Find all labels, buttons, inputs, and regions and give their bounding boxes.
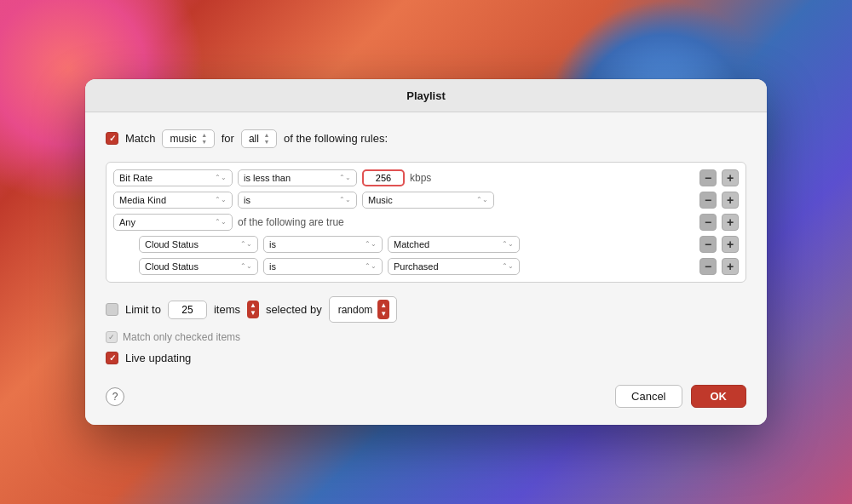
limit-row: Limit to items ▲ ▼ selected by random ▲ … xyxy=(106,296,746,323)
music-arrow-down: ▼ xyxy=(200,139,209,146)
match-label: Match xyxy=(125,132,155,145)
all-select[interactable]: all ▲ ▼ xyxy=(241,129,277,148)
cloud-status-1-op-select[interactable]: is ⌃⌄ xyxy=(263,236,383,253)
match-checked-checkbox[interactable] xyxy=(106,331,118,343)
sub-rules-container: Cloud Status ⌃⌄ is ⌃⌄ Matched ⌃⌄ − xyxy=(139,236,739,275)
rule-row-bitrate: Bit Rate ⌃⌄ is less than ⌃⌄ 256 kbps − + xyxy=(113,169,739,186)
mediakind-add-btn[interactable]: + xyxy=(722,192,739,209)
any-field-select[interactable]: Any ⌃⌄ xyxy=(113,214,233,231)
matched-add-btn[interactable]: + xyxy=(722,236,739,253)
any-remove-btn[interactable]: − xyxy=(699,214,717,231)
playlist-dialog: Playlist Match music ▲ ▼ for all xyxy=(85,79,767,425)
mediakind-op-arrow: ⌃⌄ xyxy=(339,196,351,203)
live-updating-label: Live updating xyxy=(125,352,191,364)
random-stepper: ▲ ▼ xyxy=(377,300,389,319)
footer-buttons: Cancel OK xyxy=(615,385,746,408)
purchased-remove-btn[interactable]: − xyxy=(699,258,717,275)
bitrate-field-label: Bit Rate xyxy=(119,173,153,183)
mediakind-value-label: Music xyxy=(368,195,393,205)
any-field-label: Any xyxy=(119,217,135,227)
ok-button[interactable]: OK xyxy=(691,385,747,408)
bitrate-field-arrow: ⌃⌄ xyxy=(215,174,227,181)
random-arrow-down: ▼ xyxy=(380,310,387,318)
any-field-arrow: ⌃⌄ xyxy=(215,218,227,226)
cloud-status-1-arrow: ⌃⌄ xyxy=(240,240,252,248)
music-option-label: music xyxy=(170,133,196,145)
mediakind-field-label: Media Kind xyxy=(119,195,166,205)
live-updating-checkbox[interactable] xyxy=(106,352,118,364)
bitrate-add-btn[interactable]: + xyxy=(722,169,739,186)
cloud-status-2-arrow: ⌃⌄ xyxy=(240,262,252,270)
mediakind-operator-label: is xyxy=(244,195,250,205)
cloud-status-1-op-label: is xyxy=(269,239,276,249)
limit-stepper[interactable]: ▲ ▼ xyxy=(247,301,259,319)
mediakind-field-arrow: ⌃⌄ xyxy=(215,196,227,203)
limit-checkbox[interactable] xyxy=(106,303,118,316)
of-rules-label: of the following rules: xyxy=(284,132,388,145)
mediakind-val-arrow: ⌃⌄ xyxy=(476,196,488,203)
sub-rule-matched: Cloud Status ⌃⌄ is ⌃⌄ Matched ⌃⌄ − xyxy=(139,236,739,253)
mediakind-value-select[interactable]: Music ⌃⌄ xyxy=(362,192,494,209)
any-rule-text: of the following are true xyxy=(238,216,694,228)
any-add-btn[interactable]: + xyxy=(722,214,739,231)
mediakind-operator-select[interactable]: is ⌃⌄ xyxy=(238,192,357,209)
bitrate-value-input[interactable]: 256 xyxy=(362,169,405,186)
rules-container: Bit Rate ⌃⌄ is less than ⌃⌄ 256 kbps − + xyxy=(106,162,746,283)
bitrate-unit: kbps xyxy=(410,172,431,184)
cloud-status-1-value-select[interactable]: Matched ⌃⌄ xyxy=(388,236,520,253)
items-label: items xyxy=(214,303,240,316)
match-checkbox[interactable] xyxy=(106,132,118,145)
all-option-label: all xyxy=(249,133,259,145)
cancel-button[interactable]: Cancel xyxy=(615,385,682,408)
for-label: for xyxy=(222,132,234,145)
cloud-status-2-field-select[interactable]: Cloud Status ⌃⌄ xyxy=(139,258,258,275)
all-arrow-down: ▼ xyxy=(262,139,271,146)
matched-remove-btn[interactable]: − xyxy=(699,236,717,253)
selected-by-label: selected by xyxy=(266,303,322,316)
bitrate-operator-label: is less than xyxy=(244,173,291,183)
bitrate-operator-select[interactable]: is less than ⌃⌄ xyxy=(238,169,357,186)
rule-row-any: Any ⌃⌄ of the following are true − + xyxy=(113,214,739,231)
music-arrow-up: ▲ xyxy=(200,132,209,139)
mediakind-field-select[interactable]: Media Kind ⌃⌄ xyxy=(113,192,233,209)
limit-arrow-down[interactable]: ▼ xyxy=(250,310,256,318)
cloud-status-2-value-select[interactable]: Purchased ⌃⌄ xyxy=(388,258,520,275)
cloud-status-2-value-label: Purchased xyxy=(394,261,439,272)
cloud-status-1-val-arrow: ⌃⌄ xyxy=(502,240,514,248)
mediakind-remove-btn[interactable]: − xyxy=(699,192,717,209)
match-row: Match music ▲ ▼ for all ▲ ▼ of t xyxy=(106,129,746,148)
all-stepper-arrows: ▲ ▼ xyxy=(262,132,271,146)
cloud-status-2-op-select[interactable]: is ⌃⌄ xyxy=(263,258,383,275)
cloud-status-2-field-label: Cloud Status xyxy=(145,261,199,272)
bitrate-field-select[interactable]: Bit Rate ⌃⌄ xyxy=(113,169,233,186)
limit-to-label: Limit to xyxy=(125,303,161,316)
cloud-status-1-value-label: Matched xyxy=(394,239,429,249)
cloud-status-1-op-arrow: ⌃⌄ xyxy=(365,240,377,248)
random-arrow-up: ▲ xyxy=(380,301,387,310)
dialog-titlebar: Playlist xyxy=(85,79,767,112)
match-checked-row: Match only checked items xyxy=(106,331,746,343)
bitrate-op-arrow: ⌃⌄ xyxy=(339,174,351,181)
purchased-add-btn[interactable]: + xyxy=(722,258,739,275)
dialog-footer: ? Cancel OK xyxy=(106,378,746,408)
cloud-status-2-val-arrow: ⌃⌄ xyxy=(502,262,514,270)
sub-rule-purchased: Cloud Status ⌃⌄ is ⌃⌄ Purchased ⌃⌄ − xyxy=(139,258,739,275)
limit-value-input[interactable] xyxy=(168,301,207,319)
dialog-title: Playlist xyxy=(406,89,446,102)
dialog-overlay: Playlist Match music ▲ ▼ for all xyxy=(0,0,852,504)
selected-by-select[interactable]: random ▲ ▼ xyxy=(329,296,398,323)
cloud-status-1-field-label: Cloud Status xyxy=(145,239,199,249)
cloud-status-2-op-label: is xyxy=(269,261,276,272)
music-stepper-arrows: ▲ ▼ xyxy=(200,132,209,146)
music-select[interactable]: music ▲ ▼ xyxy=(162,129,214,148)
bitrate-remove-btn[interactable]: − xyxy=(699,169,717,186)
limit-stepper-arrows: ▲ ▼ xyxy=(250,302,256,318)
random-option-label: random xyxy=(338,304,373,316)
live-update-row: Live updating xyxy=(106,352,746,364)
help-button[interactable]: ? xyxy=(106,387,124,406)
cloud-status-2-op-arrow: ⌃⌄ xyxy=(365,262,377,270)
all-arrow-up: ▲ xyxy=(262,132,271,139)
match-checked-label: Match only checked items xyxy=(123,331,240,343)
dialog-body: Match music ▲ ▼ for all ▲ ▼ of t xyxy=(85,112,767,425)
cloud-status-1-field-select[interactable]: Cloud Status ⌃⌄ xyxy=(139,236,258,253)
